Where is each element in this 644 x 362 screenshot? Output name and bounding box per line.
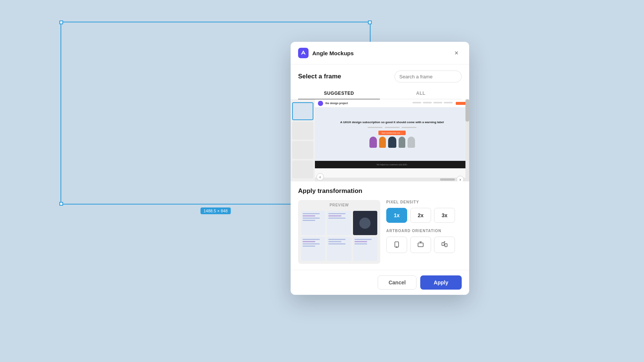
preview-thumb-dark[interactable]	[353, 211, 377, 235]
figure	[388, 137, 396, 148]
cancel-button[interactable]: Cancel	[378, 275, 417, 290]
pixel-density-label: PIXEL DENSITY	[386, 200, 462, 204]
website-preview: the design project	[315, 99, 469, 168]
scroll-thumb-horizontal[interactable]	[440, 178, 455, 181]
thumbnail-sidebar[interactable]	[291, 99, 315, 181]
frame-preview-area: Frame 39219 the design project	[291, 99, 469, 181]
figure	[369, 137, 377, 148]
site-hero: A UI/UX design subscription so good it s…	[315, 107, 469, 161]
preview-label: PREVIEW	[298, 200, 380, 209]
modal-dialog: Angle Mockups × Select a frame SUGGESTED…	[291, 42, 469, 295]
density-2x-button[interactable]: 2x	[410, 208, 431, 223]
svg-rect-0	[395, 242, 399, 247]
footer-text: We helped our customers raise $1B+	[377, 163, 407, 166]
select-frame-section: Select a frame SUGGESTED ALL	[291, 65, 469, 99]
site-nav: the design project	[315, 99, 469, 107]
modal-title-row: Angle Mockups	[298, 48, 354, 58]
scroll-left-button[interactable]: ‹	[316, 173, 324, 181]
search-input[interactable]	[394, 71, 462, 82]
scroll-track-vertical[interactable]	[465, 99, 469, 181]
frame-preview-scroll: Frame 39219 the design project	[291, 99, 469, 181]
figure	[379, 137, 386, 148]
artboard-orientation-label: ARTBOARD ORIENTATION	[386, 229, 462, 233]
svg-rect-7	[445, 244, 447, 247]
thumbnail-item[interactable]	[292, 160, 313, 178]
frame-main-preview: Frame 39219 the design project	[315, 99, 469, 181]
website-mockup: the design project	[315, 99, 469, 168]
scroll-right-button[interactable]: ›	[456, 176, 464, 181]
preview-thumb[interactable]	[327, 211, 351, 235]
nav-item	[412, 102, 421, 103]
apply-button[interactable]: Apply	[420, 275, 462, 290]
svg-rect-6	[442, 243, 444, 246]
modal-header: Angle Mockups ×	[291, 42, 469, 65]
handle-top-right[interactable]	[368, 21, 372, 24]
preview-panel: PREVIEW	[298, 200, 380, 264]
modal-footer: Cancel Apply	[291, 270, 469, 295]
density-button-group: 1x 2x 3x	[386, 208, 462, 223]
site-footer: We helped our customers raise $1B+	[315, 161, 469, 168]
thumbnail-item[interactable]	[292, 141, 313, 159]
preview-thumb[interactable]	[327, 237, 351, 261]
orientation-portrait-button[interactable]	[386, 237, 407, 253]
options-panel: PIXEL DENSITY 1x 2x 3x	[386, 200, 462, 264]
preview-thumbnails	[298, 209, 380, 264]
scroll-track-horizontal[interactable]: ‹ ›	[315, 178, 465, 181]
svg-rect-3	[418, 243, 423, 247]
nav-items	[412, 102, 466, 105]
app-icon	[298, 48, 309, 58]
preview-thumb[interactable]	[301, 237, 325, 261]
density-3x-button[interactable]: 3x	[434, 208, 455, 223]
select-frame-title: Select a frame	[298, 73, 341, 80]
density-1x-button[interactable]: 1x	[386, 208, 407, 223]
preview-thumb[interactable]	[353, 237, 377, 261]
apply-transformation-section: Apply transformation PREVIEW	[291, 181, 469, 270]
nav-item	[423, 102, 432, 103]
hero-figures	[369, 137, 415, 148]
hero-text: A UI/UX design subscription so good it s…	[340, 121, 444, 124]
orientation-auto-button[interactable]	[434, 237, 455, 253]
dimension-label: 1488.5 × 848	[201, 207, 231, 214]
handle-top-left[interactable]	[59, 21, 63, 24]
site-logo	[318, 101, 323, 106]
figure	[399, 137, 405, 148]
apply-transformation-title: Apply transformation	[298, 187, 462, 195]
tabs-row: SUGGESTED ALL	[298, 88, 462, 99]
handle-bottom-left[interactable]	[59, 202, 63, 206]
tab-suggested[interactable]: SUGGESTED	[298, 88, 380, 99]
thumbnail-item[interactable]	[292, 102, 313, 120]
close-button[interactable]: ×	[451, 48, 462, 58]
tab-all[interactable]: ALL	[380, 88, 462, 99]
artboard-orientation-group: ARTBOARD ORIENTATION	[386, 229, 462, 253]
figure	[408, 137, 415, 148]
scroll-thumb-vertical[interactable]	[465, 99, 469, 122]
hero-cta: Start membership now →	[378, 131, 405, 135]
thumbnail-item[interactable]	[292, 122, 313, 140]
modal-app-title: Angle Mockups	[312, 50, 354, 56]
orientation-button-group	[386, 237, 462, 253]
nav-item	[433, 102, 442, 103]
section-header: Select a frame	[298, 71, 462, 82]
orientation-landscape-button[interactable]	[410, 237, 431, 253]
canvas-background: 1488.5 × 848 Angle Mockups × Select a fr…	[0, 0, 644, 362]
transform-content: PREVIEW	[298, 200, 462, 264]
preview-thumb[interactable]	[301, 211, 325, 235]
hero-subtext	[367, 126, 417, 128]
pixel-density-group: PIXEL DENSITY 1x 2x 3x	[386, 200, 462, 223]
nav-item	[444, 102, 453, 103]
